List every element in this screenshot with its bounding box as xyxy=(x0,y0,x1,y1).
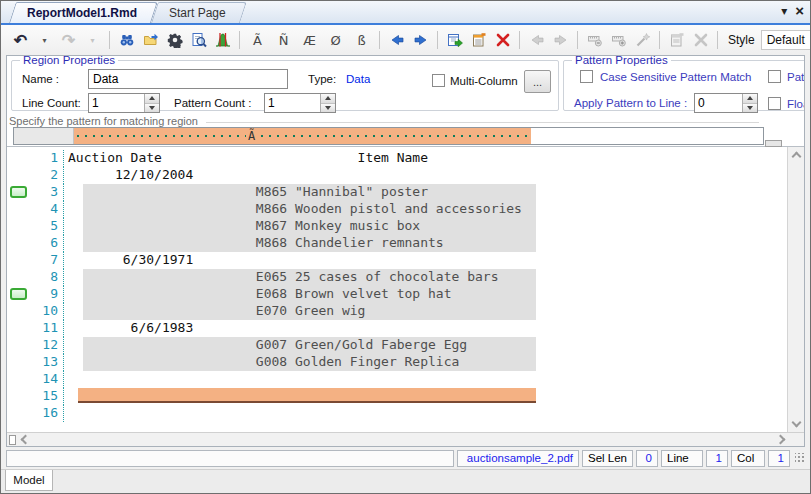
report-button[interactable] xyxy=(467,29,490,52)
line-number: 2 xyxy=(33,167,63,184)
row-content[interactable]: M867 Monkey music box xyxy=(63,218,787,235)
report-rows[interactable]: 1Auction Date Item Name2 12/10/20043 M86… xyxy=(7,147,787,432)
find-button[interactable] xyxy=(115,29,138,52)
report-row[interactable]: 2 12/10/2004 xyxy=(7,167,787,184)
pattern-char[interactable]: Ã xyxy=(246,128,257,144)
apply-pattern-down-icon[interactable] xyxy=(743,103,757,113)
report-row[interactable]: 3 M865 "Hannibal" poster xyxy=(7,184,787,201)
multi-column-ellipsis-button[interactable]: ... xyxy=(524,70,551,93)
tab-start-page[interactable]: Start Page xyxy=(151,2,240,23)
report-row[interactable]: 13 G008 Golden Finger Replica xyxy=(7,354,787,371)
line-count-stepper[interactable]: 1 xyxy=(88,93,160,113)
status-file-name[interactable]: auctionsample_2.pdf xyxy=(457,450,579,467)
row-content[interactable] xyxy=(63,371,787,388)
toolbar-separator xyxy=(239,31,240,49)
line-count-down-icon[interactable] xyxy=(145,103,159,113)
export-folder-button[interactable] xyxy=(139,29,162,52)
sel-len-value: 0 xyxy=(636,450,658,467)
horizontal-scrollbar[interactable] xyxy=(7,432,804,446)
report-row[interactable]: 4 M866 Wooden pistol and accessories xyxy=(7,201,787,218)
report-row[interactable]: 8 E065 25 cases of chocolate bars xyxy=(7,269,787,286)
apply-pattern-stepper[interactable]: 0 xyxy=(694,93,758,113)
char-eszett-button[interactable]: ß xyxy=(349,29,374,52)
toolbar-separator xyxy=(109,31,110,49)
row-content[interactable]: M865 "Hannibal" poster xyxy=(63,184,787,201)
pattern-truncated-checkbox-1[interactable] xyxy=(768,70,781,83)
pattern-count-down-icon[interactable] xyxy=(321,103,335,113)
scroll-down-icon[interactable] xyxy=(791,418,801,428)
report-row[interactable]: 15 xyxy=(7,388,787,405)
prev-region-button[interactable] xyxy=(385,29,408,52)
row-content[interactable] xyxy=(63,405,787,422)
row-content[interactable]: G008 Golden Finger Replica xyxy=(63,354,787,371)
pane-menu-dropdown-icon[interactable]: ▾ xyxy=(781,4,787,18)
row-content[interactable]: M866 Wooden pistol and accessories xyxy=(63,201,787,218)
row-content[interactable]: E068 Brown velvet top hat xyxy=(63,286,787,303)
goto-region-button[interactable] xyxy=(443,29,466,52)
report-row[interactable]: 11 6/6/1983 xyxy=(7,320,787,337)
pattern-truncated-label-2: Floa xyxy=(787,98,804,110)
row-content[interactable]: G007 Green/Gold Faberge Egg xyxy=(63,337,787,354)
report-row[interactable]: 10 E070 Green wig xyxy=(7,303,787,320)
pattern-cells[interactable]: Ã xyxy=(74,128,531,144)
row-content[interactable] xyxy=(63,388,787,405)
case-sensitive-checkbox[interactable] xyxy=(580,70,593,83)
row-content[interactable]: E070 Green wig xyxy=(63,303,787,320)
settings-button[interactable] xyxy=(163,29,186,52)
case-sensitive-label: Case Sensitive Pattern Match xyxy=(600,71,752,83)
row-content[interactable]: 12/10/2004 xyxy=(63,167,787,184)
row-content[interactable]: 6/30/1971 xyxy=(63,252,787,269)
char-a-tilde-button[interactable]: Ã xyxy=(245,29,270,52)
pattern-count-stepper[interactable]: 1 xyxy=(264,93,336,113)
statistics-button[interactable] xyxy=(211,29,234,52)
region-start-marker-icon[interactable] xyxy=(10,288,27,300)
style-combobox[interactable]: Default ▾ xyxy=(761,30,811,50)
region-name-input[interactable]: Data xyxy=(88,69,288,89)
report-row[interactable]: 16 xyxy=(7,405,787,422)
report-row[interactable]: 14 xyxy=(7,371,787,388)
row-content[interactable]: E065 25 cases of chocolate bars xyxy=(63,269,787,286)
resize-grip-icon[interactable] xyxy=(795,453,805,463)
char-n-tilde-button[interactable]: Ñ xyxy=(271,29,296,52)
vertical-scrollbar[interactable] xyxy=(787,147,804,432)
close-icon[interactable]: × xyxy=(795,4,804,18)
redo-dropdown: ▾ xyxy=(81,29,104,52)
report-row[interactable]: 5 M867 Monkey music box xyxy=(7,218,787,235)
report-row[interactable]: 9 E068 Brown velvet top hat xyxy=(7,286,787,303)
line-count-up-icon[interactable] xyxy=(145,94,159,103)
next-region-button[interactable] xyxy=(409,29,432,52)
undo-button[interactable]: ↶ xyxy=(9,29,32,52)
multi-column-label: Multi-Column xyxy=(450,75,518,87)
row-content[interactable]: Auction Date Item Name xyxy=(63,150,787,167)
scroll-up-icon[interactable] xyxy=(791,152,801,162)
report-row[interactable]: 6 M868 Chandelier remnants xyxy=(7,235,787,252)
region-start-marker-icon[interactable] xyxy=(10,186,27,198)
preview-button[interactable] xyxy=(187,29,210,52)
undo-dropdown[interactable]: ▾ xyxy=(33,29,56,52)
row-content[interactable]: M868 Chandelier remnants xyxy=(63,235,787,252)
char-o-slash-button[interactable]: Ø xyxy=(323,29,348,52)
line-number: 15 xyxy=(33,388,63,405)
tab-model[interactable]: Model xyxy=(5,470,53,491)
scrollbar-split-handle[interactable] xyxy=(765,140,782,147)
row-text: 6/30/1971 xyxy=(68,252,787,267)
char-ae-button[interactable]: Æ xyxy=(297,29,322,52)
scroll-left-icon[interactable] xyxy=(21,435,31,445)
tab-reportmodel1[interactable]: ReportModel1.Rmd xyxy=(9,2,151,23)
row-text: E070 Green wig xyxy=(68,303,787,318)
row-content[interactable]: 6/6/1983 xyxy=(63,320,787,337)
pattern-truncated-checkbox-2[interactable] xyxy=(768,97,781,110)
report-row[interactable]: 1Auction Date Item Name xyxy=(7,150,787,167)
report-row[interactable]: 7 6/30/1971 xyxy=(7,252,787,269)
row-marker-gutter xyxy=(7,337,33,354)
pattern-gutter xyxy=(14,128,74,144)
scroll-right-icon[interactable] xyxy=(776,435,786,445)
report-row[interactable]: 12 G007 Green/Gold Faberge Egg xyxy=(7,337,787,354)
multi-column-checkbox[interactable] xyxy=(432,74,445,87)
delete-region-button[interactable] xyxy=(491,29,514,52)
apply-pattern-up-icon[interactable] xyxy=(743,94,757,103)
pattern-count-up-icon[interactable] xyxy=(321,94,335,103)
hscroll-grip[interactable] xyxy=(9,435,16,445)
line-number: 8 xyxy=(33,269,63,286)
pattern-edit-field[interactable]: Ã xyxy=(13,127,764,145)
